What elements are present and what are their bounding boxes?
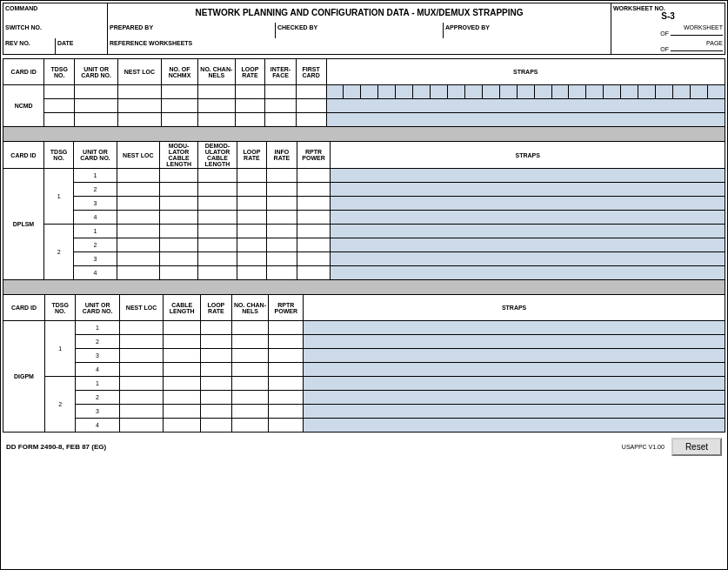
digpm-g1-nest-3 — [119, 349, 163, 363]
dplsm-row-label: DPLSM — [3, 169, 44, 280]
ncmd-col-nest-loc: NEST LOC — [118, 59, 162, 85]
digpm-g2-cable-1 — [164, 377, 201, 391]
digpm-col-unit-or-card-no: UNIT OR CARD NO. — [76, 295, 119, 321]
digpm-col-card-id: CARD ID — [3, 295, 45, 321]
dplsm-g1-info-1 — [267, 169, 297, 183]
dplsm-g1-nest-3 — [117, 197, 159, 211]
digpm-g2-cable-4 — [164, 419, 201, 433]
dplsm-col-modu-cable: MODU-LATOR CABLE LENGTH — [159, 142, 197, 169]
dplsm-g1-demod-3 — [198, 197, 237, 211]
ncmd-tdsg-3 — [44, 113, 75, 127]
digpm-g2-nest-1 — [119, 377, 163, 391]
digpm-g1-chan-4 — [231, 363, 269, 377]
dplsm-g1-nest-4 — [117, 211, 159, 225]
digpm-g2-rptr-4 — [269, 419, 304, 433]
digpm-g2-loop-2 — [201, 391, 231, 405]
ncmd-iface-2 — [265, 99, 296, 113]
dplsm-g2-rptr-3 — [297, 252, 331, 266]
digpm-g2-chan-4 — [231, 419, 269, 433]
dplsm-g1-loop-3 — [237, 197, 267, 211]
dplsm-g2-loop-3 — [237, 252, 267, 266]
ncmd-unit-2 — [75, 99, 118, 113]
digpm-g2-rptr-3 — [269, 405, 304, 419]
dplsm-g2-loop-4 — [237, 266, 267, 280]
of2-label: OF — [660, 46, 669, 52]
digpm-g2-straps-1 — [304, 377, 725, 391]
ncmd-first-1 — [296, 85, 326, 99]
dplsm-g1-r4: 4 — [3, 211, 725, 225]
reset-button[interactable]: Reset — [671, 438, 722, 456]
digpm-g1-loop-4 — [201, 363, 231, 377]
digpm-g2-cable-2 — [164, 391, 201, 405]
dplsm-g1-r3: 3 — [3, 197, 725, 211]
digpm-g1-id: 1 — [44, 321, 75, 377]
ref-worksheets-box: REFERENCE WORKSHEETS — [108, 38, 611, 54]
dplsm-col-straps: STRAPS — [331, 142, 725, 169]
dplsm-g2-sub3: 3 — [74, 252, 117, 266]
ncmd-s12 — [517, 85, 534, 99]
dplsm-col-info-rate: INFO RATE — [267, 142, 297, 169]
dplsm-col-tdsg-no: TDSG NO. — [43, 142, 74, 169]
dplsm-g1-modu-3 — [159, 197, 197, 211]
digpm-g2-loop-4 — [201, 419, 231, 433]
digpm-g1-loop-3 — [201, 349, 231, 363]
ncmd-s14 — [551, 85, 569, 99]
digpm-g1-rptr-4 — [269, 363, 304, 377]
ncmd-s22 — [690, 85, 707, 99]
rev-no-box: REV NO. — [3, 38, 56, 54]
ncmd-chan-2 — [198, 99, 235, 113]
dplsm-g2-loop-2 — [237, 238, 267, 252]
ncmd-col-no-of-nchmx: NO. OF NCHMX — [161, 59, 197, 85]
digpm-table: CARD ID TDSG NO. UNIT OR CARD NO. NEST L… — [3, 294, 725, 433]
digpm-g1-cable-4 — [164, 363, 201, 377]
digpm-g2-nest-2 — [119, 391, 163, 405]
digpm-g1-rptr-1 — [269, 321, 304, 335]
dplsm-g2-info-4 — [267, 266, 297, 280]
ncmd-col-loop-rate: LOOP RATE — [235, 59, 265, 85]
ncmd-col-tdsg-no: TDSG NO. — [44, 59, 75, 85]
ncmd-s18 — [621, 85, 638, 99]
dplsm-g2-id: 2 — [43, 225, 74, 280]
worksheet-no-label: WORKSHEET NO. — [613, 5, 723, 11]
dplsm-g1-demod-2 — [198, 183, 237, 197]
dplsm-g2-modu-2 — [159, 238, 197, 252]
digpm-g1-sub3: 3 — [76, 349, 119, 363]
of-label: OF — [660, 30, 669, 37]
dplsm-g2-loop-1 — [237, 225, 267, 238]
ncmd-s19 — [638, 85, 656, 99]
command-box: COMMAND — [3, 3, 108, 23]
dplsm-g1-sub1: 1 — [74, 169, 117, 183]
dplsm-g2-demod-2 — [198, 238, 237, 252]
dplsm-g2-r4: 4 — [3, 266, 725, 280]
ncmd-table: CARD ID TDSG NO. UNIT OR CARD NO. NEST L… — [3, 58, 725, 127]
dplsm-g1-sub3: 3 — [74, 197, 117, 211]
ncmd-unit-3 — [75, 113, 118, 127]
digpm-g1-straps-2 — [304, 335, 725, 349]
dplsm-g2-r2: 2 — [3, 238, 725, 252]
main-title: NETWORK PLANNING AND CONFIGURATION DATA … — [195, 8, 523, 17]
ncmd-loop-3 — [235, 113, 265, 127]
digpm-g2-sub4: 4 — [76, 419, 119, 433]
ncmd-nest-1 — [118, 85, 162, 99]
digpm-g2-loop-3 — [201, 405, 231, 419]
ncmd-nof-2 — [161, 99, 197, 113]
version-label: USAPPC V1.00 — [622, 444, 665, 450]
approved-by-box: APPROVED BY — [444, 23, 611, 38]
ncmd-unit-1 — [75, 85, 118, 99]
ncmd-data-row-3 — [3, 113, 725, 127]
dplsm-col-card-id: CARD ID — [3, 142, 44, 169]
date-box: DATE — [56, 38, 108, 54]
command-label: COMMAND — [5, 5, 37, 11]
ncmd-s10 — [482, 85, 499, 99]
dplsm-g2-modu-4 — [159, 266, 197, 280]
dplsm-g1-rptr-4 — [297, 211, 331, 225]
ncmd-straps-row3 — [326, 113, 725, 127]
digpm-g1-cable-1 — [164, 321, 201, 335]
ncmd-col-card-id: CARD ID — [3, 59, 44, 85]
ncmd-tdsg-2 — [44, 99, 75, 113]
digpm-g1-straps-3 — [304, 349, 725, 363]
dplsm-g2-nest-2 — [117, 238, 159, 252]
digpm-col-no-channels: NO. CHAN-NELS — [231, 295, 269, 321]
dplsm-g1-info-4 — [267, 211, 297, 225]
dplsm-g1-nest-2 — [117, 183, 159, 197]
